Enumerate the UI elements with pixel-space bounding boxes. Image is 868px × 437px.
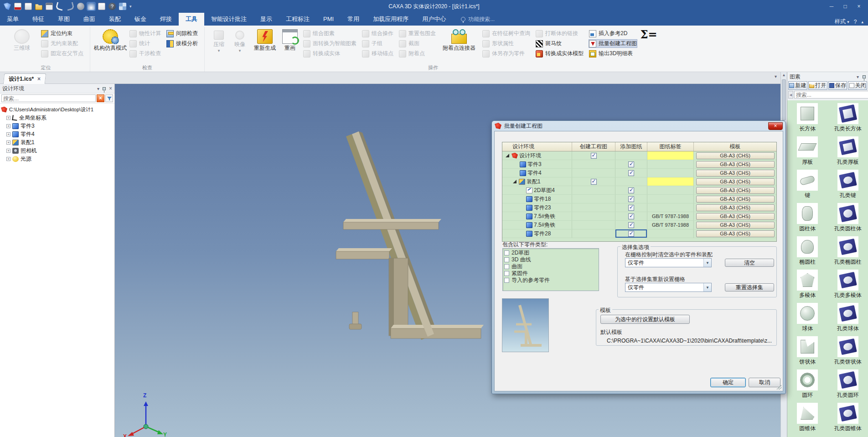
include-checkbox[interactable] [504,264,509,269]
minimize-button[interactable]: ─ [825,2,838,11]
primitive-item[interactable]: 孔类椭圆柱 [828,236,868,270]
panel-pin-icon[interactable] [103,87,106,90]
add-sheet-checkbox[interactable] [628,170,634,176]
dialog-resize-grip[interactable] [777,385,781,390]
expand-icon[interactable]: + [6,124,10,128]
tab-assembly[interactable]: 装配 [102,13,128,26]
tree-item-part3[interactable]: + 零件3 [1,122,114,130]
panel-pin-icon[interactable] [863,75,866,78]
expanded-triangle-icon[interactable] [506,154,509,157]
add-sheet-checkbox[interactable] [628,213,634,219]
catalog-new-button[interactable]: 新建 [788,81,807,90]
include-checkbox[interactable] [504,250,509,255]
tab-tools[interactable]: 工具 [179,13,204,26]
primitive-item[interactable]: 孔类厚板 [828,136,868,170]
scroll-thumb[interactable] [782,79,786,120]
tab-smart-annotation[interactable]: 智能设计批注 [204,13,253,26]
collapse-ribbon-icon[interactable]: ▴ [861,20,863,24]
sheet-label-cell[interactable]: GB/T 9787-1988 [647,212,694,220]
include-type-item[interactable]: 曲面 [503,263,599,270]
style-dropdown[interactable]: 样式 ▾ [835,18,849,26]
primitive-item[interactable]: 球体 [788,303,827,336]
document-tab[interactable]: 设计1.ics* × [3,73,46,84]
expanded-triangle-icon[interactable] [513,180,517,183]
primitive-item[interactable]: 孔类长方体 [828,103,868,136]
tab-menu[interactable]: 菜单 [0,13,26,26]
primitive-item[interactable]: 键 [788,170,827,203]
primitive-item[interactable]: 长方体 [788,103,827,136]
document-tab-close-icon[interactable]: × [37,76,41,82]
grid-row[interactable]: 2D草图4 GB-A3 (CHS) [502,186,776,195]
batch-create-drawing-button[interactable]: 批量创建工程图 [589,40,637,47]
mechanism-sim-button[interactable]: 机构仿真模式 [94,28,127,51]
sheet-label-cell[interactable] [647,177,694,186]
primitives-search-input[interactable] [794,91,868,99]
template-button[interactable]: GB-A3 (CHS) [696,230,775,237]
expand-icon[interactable]: + [6,132,10,136]
add-sheet-checkbox[interactable] [628,187,634,193]
combo-dropdown-icon[interactable]: ▼ [703,283,711,291]
primitive-item[interactable]: 孔类圆锥体 [828,403,868,436]
grid-row[interactable]: 装配1 GB-A3 (CHS) [502,177,776,186]
template-button[interactable]: GB-A3 (CHS) [696,178,775,185]
export-icon[interactable] [14,3,21,10]
reset-selection-button[interactable]: 重置选择集 [725,283,774,291]
include-type-item[interactable]: 3D 曲线 [503,256,599,263]
undo-icon[interactable] [55,2,64,11]
primitive-item[interactable]: 孔类圆柱体 [828,203,868,236]
gap-check-button[interactable]: 间隙检查 [166,30,198,37]
ribbon-help-icon[interactable]: ? [854,19,857,25]
function-search[interactable]: 功能搜索... [461,13,495,26]
position-constraint-button[interactable]: 定位约束 [41,30,83,37]
set-default-template-button[interactable]: 为选中的行设置默认模板 [600,315,690,324]
panel-close-icon[interactable]: × [109,85,112,92]
new-document-icon[interactable] [98,3,105,10]
template-button[interactable]: GB-A3 (CHS) [696,213,775,220]
grid-row[interactable]: 零件4 GB-A3 (CHS) [502,169,776,177]
zebra-stripes-button[interactable]: 斑马纹 [536,40,584,47]
col-header-sheet-label[interactable]: 图纸标签 [647,142,694,151]
template-button[interactable]: GB-A3 (CHS) [696,196,775,203]
tree-item-part4[interactable]: + 零件4 [1,130,114,138]
tab-drafting[interactable]: 工程标注 [279,13,316,26]
template-button[interactable]: GB-A3 (CHS) [696,204,775,211]
expand-icon[interactable]: + [6,157,10,161]
open-folder-icon[interactable] [35,3,42,10]
reset-scope-combobox[interactable]: 仅零件▼ [625,283,712,292]
qat-more-icon[interactable]: ▾ [129,4,132,9]
add-sheet-checkbox[interactable] [628,196,634,202]
include-type-item[interactable]: 紧固件 [503,270,599,277]
tab-sheetmetal[interactable]: 钣金 [128,13,153,26]
tab-feature[interactable]: 特征 [26,13,51,26]
col-header-create-drawing[interactable]: 创建工程图 [572,142,615,151]
sigma-equation-button[interactable]: Σ= [640,28,658,42]
print-preview-icon[interactable] [25,3,32,10]
workspace-grid-icon[interactable] [119,3,126,10]
primitive-item[interactable]: 厚板 [788,136,827,170]
smart-render-icon[interactable] [88,3,95,10]
search-back-icon[interactable]: ◄ [788,91,793,99]
render-sphere-icon[interactable] [77,3,84,10]
catalog-save-button[interactable]: 保存 [828,81,847,90]
primitive-item[interactable]: 椭圆柱 [788,236,827,270]
primitive-item[interactable]: 孔类多棱体 [828,270,868,303]
primitive-item[interactable]: 圆锥体 [788,403,827,436]
col-header-design-env[interactable]: 设计环境 [502,142,572,151]
template-button[interactable]: GB-A3 (CHS) [696,222,775,229]
combo-dropdown-icon[interactable]: ▼ [703,259,711,267]
sheet-label-cell[interactable] [647,151,694,160]
insert-reference-2d-button[interactable]: 插入参考2D [589,30,637,37]
close-button[interactable]: × [852,2,865,11]
tab-list-chevron-icon[interactable]: ▾ [775,74,777,79]
primitive-item[interactable]: 圆柱体 [788,203,827,236]
template-button[interactable]: GB-A3 (CHS) [696,187,775,194]
create-drawing-checkbox[interactable] [591,153,597,159]
scroll-up-icon[interactable]: ▲ [781,72,787,78]
primitive-item[interactable]: 多棱体 [788,270,827,303]
panel-dropdown-icon[interactable]: ▾ [97,86,99,91]
primitive-item[interactable]: 孔类球体 [828,303,868,336]
create-drawing-checkbox[interactable] [591,179,597,185]
tree-item-camera[interactable]: + 照相机 [1,146,114,155]
col-header-add-sheet[interactable]: 添加图纸 [615,142,647,151]
dialog-title-bar[interactable]: 批量创建工程图 × [492,121,785,131]
